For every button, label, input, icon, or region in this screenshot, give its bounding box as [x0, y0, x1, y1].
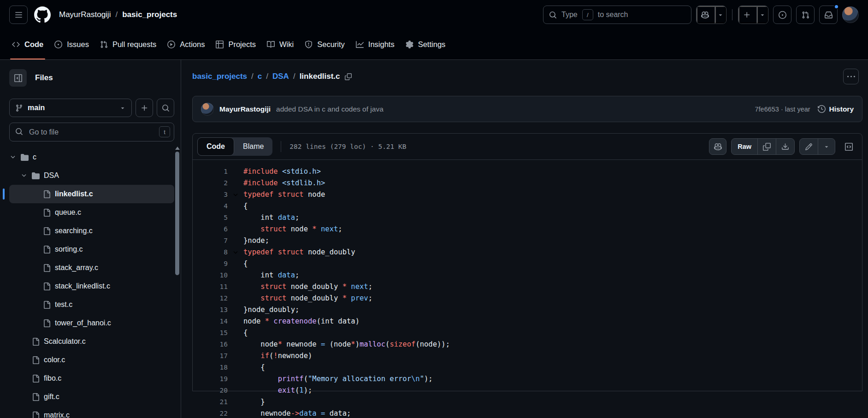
owner-link[interactable]: MayurRastogiji — [59, 10, 111, 19]
tree-item-sorting.c[interactable]: sorting.c — [9, 240, 174, 259]
tab-issues[interactable]: Issues — [49, 29, 94, 59]
line-number[interactable]: 10 — [193, 270, 228, 281]
line-number[interactable]: 5 — [193, 212, 228, 224]
line-number[interactable]: 17 — [193, 350, 228, 362]
breadcrumb-dir-dsa-link[interactable]: DSA — [272, 72, 289, 81]
commit-message-link[interactable]: added DSA in c and codes of java — [276, 105, 384, 113]
line-number[interactable]: 21 — [193, 396, 228, 408]
tree-item-stack_linkedlist.c[interactable]: stack_linkedlist.c — [9, 277, 174, 295]
chevron-down-icon[interactable] — [20, 172, 28, 179]
create-new-dropdown-button[interactable] — [757, 6, 768, 24]
commit-author-link[interactable]: MayurRastogiji — [219, 105, 271, 113]
tab-insights[interactable]: Insights — [350, 29, 400, 59]
tree-item-gift.c[interactable]: gift.c — [9, 388, 174, 406]
code-line: 20 exit(1); — [193, 385, 862, 396]
search-this-repo-button[interactable] — [157, 99, 174, 117]
line-number[interactable]: 14 — [193, 316, 228, 327]
code-line-content: newnode->data = data; — [243, 408, 862, 418]
edit-dropdown-button[interactable] — [818, 139, 835, 154]
history-button[interactable]: History — [818, 105, 854, 113]
tree-item-color.c[interactable]: color.c — [9, 351, 174, 369]
line-number[interactable]: 11 — [193, 281, 228, 293]
tab-wiki[interactable]: Wiki — [261, 29, 299, 59]
tree-item-label: color.c — [44, 356, 65, 364]
line-number[interactable]: 22 — [193, 408, 228, 418]
code-icon — [12, 41, 20, 48]
line-number[interactable]: 9 — [193, 258, 228, 270]
code-token: node_doubly — [304, 248, 355, 256]
scroll-up-arrow[interactable] — [175, 147, 180, 150]
tree-item-queue.c[interactable]: queue.c — [9, 203, 174, 222]
repo-link[interactable]: basic_projects — [122, 10, 177, 19]
tree-item-Scalculator.c[interactable]: Scalculator.c — [9, 332, 174, 351]
user-avatar[interactable] — [842, 6, 859, 23]
breadcrumb-dir-c-link[interactable]: c — [258, 72, 262, 81]
breadcrumb-repo-link[interactable]: basic_projects — [192, 72, 247, 81]
code-line-content: { — [243, 362, 862, 373]
go-to-file-input[interactable] — [9, 123, 174, 141]
tree-item-DSA[interactable]: DSA — [9, 166, 174, 185]
add-file-button[interactable] — [136, 99, 153, 117]
chevron-down-icon[interactable] — [9, 154, 17, 160]
tab-pull-requests[interactable]: Pull requests — [94, 29, 162, 59]
tab-actions[interactable]: Actions — [162, 29, 210, 59]
line-number[interactable]: 12 — [193, 293, 228, 304]
edit-file-button[interactable] — [800, 139, 818, 154]
code-token — [317, 225, 321, 233]
line-number[interactable]: 6 — [193, 224, 228, 235]
raw-button[interactable]: Raw — [732, 139, 757, 154]
tree-item-tower_of_hanoi.c[interactable]: tower_of_hanoi.c — [9, 314, 174, 332]
tab-code[interactable]: Code — [6, 29, 49, 59]
copilot-dropdown-button[interactable] — [715, 6, 726, 24]
branch-selector[interactable]: main — [9, 99, 132, 117]
fold-chevron-icon[interactable] — [228, 189, 243, 200]
line-number[interactable]: 8 — [193, 247, 228, 258]
tab-blame-view[interactable]: Blame — [234, 137, 272, 156]
fold-gutter-spacer — [228, 270, 243, 281]
copilot-code-button[interactable] — [709, 138, 726, 155]
copy-raw-button[interactable] — [757, 139, 776, 154]
your-issues-button[interactable] — [773, 6, 791, 24]
tree-item-fibo.c[interactable]: fibo.c — [9, 369, 174, 388]
line-number[interactable]: 18 — [193, 362, 228, 373]
tree-item-stack_array.c[interactable]: stack_array.c — [9, 259, 174, 277]
code-line-content: struct node * next; — [243, 224, 862, 235]
line-number[interactable]: 16 — [193, 339, 228, 350]
more-options-button[interactable] — [843, 69, 859, 84]
line-number[interactable]: 1 — [193, 166, 228, 177]
code-line-content: int data; — [243, 270, 862, 281]
tree-item-linkedlist.c[interactable]: linkedlist.c — [9, 185, 174, 203]
tab-code-view[interactable]: Code — [197, 137, 234, 156]
line-number[interactable]: 13 — [193, 304, 228, 316]
scrollbar-thumb[interactable] — [175, 152, 179, 275]
line-number[interactable]: 2 — [193, 177, 228, 189]
notifications-inbox-button[interactable] — [819, 6, 838, 24]
line-number[interactable]: 4 — [193, 200, 228, 212]
tree-item-test.c[interactable]: test.c — [9, 295, 174, 314]
tab-projects[interactable]: Projects — [210, 29, 261, 59]
line-number[interactable]: 15 — [193, 327, 228, 339]
line-number[interactable]: 19 — [193, 373, 228, 385]
tree-item-searching.c[interactable]: searching.c — [9, 222, 174, 240]
symbols-panel-button[interactable] — [840, 138, 857, 155]
copilot-button[interactable] — [697, 6, 715, 24]
line-number[interactable]: 3 — [193, 189, 228, 200]
global-search-input[interactable]: Type / to search — [543, 6, 691, 24]
tab-security[interactable]: Security — [299, 29, 350, 59]
download-raw-button[interactable] — [776, 139, 794, 154]
tree-item-matrix.c[interactable]: matrix.c — [9, 406, 174, 418]
github-logo-icon[interactable] — [34, 6, 51, 23]
tab-settings[interactable]: Settings — [400, 29, 451, 59]
tree-item-c[interactable]: c — [9, 148, 174, 166]
line-number[interactable]: 20 — [193, 385, 228, 396]
collapse-file-tree-button[interactable] — [9, 69, 27, 87]
create-new-button[interactable] — [738, 6, 757, 24]
copy-path-icon[interactable] — [345, 73, 352, 80]
fold-chevron-icon[interactable] — [228, 247, 243, 258]
code-token: next — [351, 283, 368, 291]
line-number[interactable]: 7 — [193, 235, 228, 247]
your-pull-requests-button[interactable] — [796, 6, 815, 24]
folder-icon — [21, 153, 29, 161]
hamburger-menu-button[interactable] — [9, 6, 28, 24]
search-placeholder-pre: Type — [561, 11, 578, 19]
